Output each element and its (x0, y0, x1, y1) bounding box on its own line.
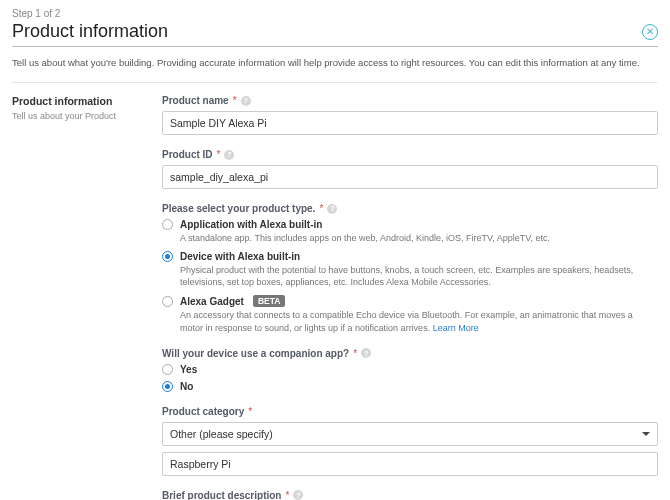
help-icon[interactable]: ? (327, 204, 337, 214)
product-category-select[interactable]: Other (please specify) (162, 422, 658, 446)
radio-gadget-desc-text: An accessory that connects to a compatib… (180, 310, 633, 332)
close-button[interactable]: ✕ (642, 24, 658, 40)
required-marker: * (217, 149, 221, 160)
product-name-input[interactable] (162, 111, 658, 135)
product-category-selected: Other (please specify) (170, 428, 273, 440)
product-id-input[interactable] (162, 165, 658, 189)
help-icon[interactable]: ? (241, 96, 251, 106)
product-category-label: Product category (162, 406, 244, 417)
radio-companion-no[interactable] (162, 381, 173, 392)
radio-device[interactable] (162, 251, 173, 262)
radio-companion-yes[interactable] (162, 364, 173, 375)
required-marker: * (285, 490, 289, 500)
required-marker: * (319, 203, 323, 214)
product-name-label: Product name (162, 95, 229, 106)
radio-application-desc: A standalone app. This includes apps on … (180, 232, 658, 244)
description-label: Brief product description (162, 490, 281, 500)
required-marker: * (353, 348, 357, 359)
help-icon[interactable]: ? (361, 348, 371, 358)
step-indicator: Step 1 of 2 (12, 8, 658, 19)
sidebar: Product information Tell us about your P… (12, 95, 142, 500)
intro-text: Tell us about what you're building. Prov… (12, 57, 658, 68)
radio-device-desc: Physical product with the potential to h… (180, 264, 658, 288)
close-icon: ✕ (646, 26, 654, 37)
radio-application[interactable] (162, 219, 173, 230)
radio-device-label: Device with Alexa built-in (180, 251, 300, 262)
radio-gadget[interactable] (162, 296, 173, 307)
learn-more-link[interactable]: Learn More (433, 323, 479, 333)
help-icon[interactable]: ? (293, 490, 303, 500)
beta-badge: BETA (253, 295, 286, 307)
required-marker: * (248, 406, 252, 417)
radio-companion-yes-label: Yes (180, 364, 197, 375)
sidebar-sub: Tell us about your Product (12, 111, 142, 121)
radio-companion-no-label: No (180, 381, 193, 392)
radio-gadget-label: Alexa Gadget (180, 296, 244, 307)
help-icon[interactable]: ? (224, 150, 234, 160)
companion-app-label: Will your device use a companion app? (162, 348, 349, 359)
product-category-other-input[interactable] (162, 452, 658, 476)
product-id-label: Product ID (162, 149, 213, 160)
product-type-label: Please select your product type. (162, 203, 315, 214)
page-title: Product information (12, 21, 168, 42)
radio-gadget-desc: An accessory that connects to a compatib… (180, 309, 658, 333)
sidebar-heading: Product information (12, 95, 142, 107)
chevron-down-icon (642, 432, 650, 436)
radio-application-label: Application with Alexa built-in (180, 219, 322, 230)
required-marker: * (233, 95, 237, 106)
